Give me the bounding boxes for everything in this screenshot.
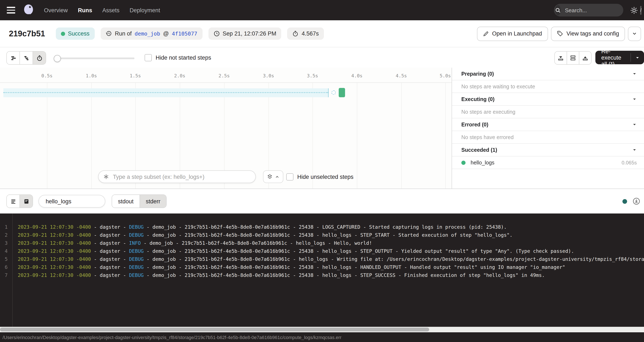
tag-icon [557,30,563,37]
nav-links: Overview Runs Assets Deployment [44,7,160,13]
gear-icon[interactable] [630,6,638,14]
tab-stdout[interactable]: stdout [112,195,140,208]
split-panels-icon [570,54,576,61]
step-bar-hello-logs[interactable] [339,88,345,97]
stopwatch-icon [36,55,42,61]
collapse-down-icon [557,54,564,61]
hide-not-started-checkbox[interactable] [144,54,152,61]
section-header-executing[interactable]: Executing (0) [452,93,644,106]
open-in-launchpad-button[interactable]: Open in Launchpad [477,26,548,41]
flat-list-icon [10,55,16,61]
flat-view-button[interactable] [7,52,20,64]
structured-log-view-button[interactable] [7,195,20,208]
log-step-filter[interactable] [38,195,105,208]
dagster-run-page: Overview Runs Assets Deployment / 219c7 [0,0,644,342]
step-waiting-dotted-line [4,92,328,93]
section-header-preparing[interactable]: Preparing (0) [452,68,644,80]
gantt-toolbar: Hide not started steps [0,47,644,68]
list-icon [10,198,16,204]
search-icon [555,5,561,15]
log-toolbar: stdout stderr [0,189,644,214]
chevron-down-icon[interactable] [632,97,637,102]
view-tags-config-button[interactable]: View tags and config [551,26,625,41]
step-subset-field[interactable] [112,173,256,180]
chevron-down-icon[interactable] [632,72,637,76]
reexecute-dropdown-caret[interactable] [631,55,644,60]
chevron-down-icon[interactable] [632,148,637,152]
top-nav: Overview Runs Assets Deployment / [0,0,644,20]
raw-log-icon [23,198,30,204]
nav-item-runs[interactable]: Runs [78,7,92,13]
empty-state-errored: No steps have errored [452,131,644,144]
log-status-dot [622,199,627,204]
log-line: 1 2023-09-21 12:07:30 -0400 - dagster - … [0,223,644,231]
empty-state-preparing: No steps are waiting to execute [452,80,644,93]
nav-item-assets[interactable]: Assets [102,7,120,13]
step-subset-input[interactable] [98,170,256,183]
succeeded-step-row[interactable]: hello_logs 0.065s [452,156,644,169]
chevron-down-icon [632,31,637,36]
step-status-panel: Preparing (0) No steps are waiting to ex… [452,68,644,188]
stopwatch-icon [292,30,299,37]
status-badge: Success [56,28,94,40]
axis-tick: 2.0s [174,73,186,79]
job-link[interactable]: demo_job [135,30,160,37]
horizontal-scrollbar-thumb[interactable] [0,328,429,331]
graph-query-toggle-button[interactable] [263,170,283,183]
split-panels-button[interactable] [566,52,579,64]
clock-icon [213,30,220,37]
commit-link[interactable]: 4f105077 [172,30,197,37]
success-dot-icon [461,160,466,165]
nav-item-deployment[interactable]: Deployment [130,7,160,13]
waterfall-icon [23,55,30,61]
section-header-errored[interactable]: Errored (0) [452,118,644,131]
axis-tick: 1.5s [130,73,141,79]
hamburger-menu-icon[interactable] [7,7,15,14]
empty-state-executing: No steps are executing [452,106,644,118]
log-line: 2 2023-09-21 12:07:30 -0400 - dagster - … [0,231,644,239]
log-line: 4 2023-09-21 12:07:30 -0400 - dagster - … [0,247,644,255]
run-id: 219c7b51 [9,29,45,38]
hide-unselected-checkbox[interactable] [286,173,294,180]
download-icon[interactable] [632,198,640,205]
axis-line [0,82,452,83]
zoom-slider[interactable] [54,58,134,59]
axis-tick: 0.5s [42,73,53,79]
expand-up-icon [582,54,588,61]
collapse-bottom-button[interactable] [555,52,566,64]
log-line: 7 2023-09-21 12:07:30 -0400 - dagster - … [0,271,644,279]
dagster-logo-icon[interactable] [22,4,35,16]
tab-stderr[interactable]: stderr [140,195,166,208]
waterfall-view-button[interactable] [20,52,32,64]
log-file-path: /Users/erincochran/Desktop/dagster-examp… [2,334,342,340]
search-field[interactable] [564,6,640,14]
log-line: 5 2023-09-21 12:07:30 -0400 - dagster - … [0,255,644,263]
axis-tick: 2.5s [218,73,230,79]
horizontal-scrollbar[interactable] [0,327,644,332]
chevron-down-icon[interactable] [632,122,637,127]
run-header: 219c7b51 Success Run of demo_job @ 4f105… [0,20,644,47]
gantt-chart: 0.5s 1.0s 1.5s 2.0s 2.5s 3.0s 3.5s 4.0s … [0,68,452,188]
log-step-filter-field[interactable] [45,198,97,205]
log-content[interactable]: 1 2023-09-21 12:07:30 -0400 - dagster - … [0,214,644,327]
reexecute-all-button[interactable]: Re-execute all (*) [595,51,644,64]
expand-top-button[interactable] [579,52,591,64]
axis-tick: 5.0s [440,73,451,79]
history-icon [106,30,112,37]
search-input[interactable]: / [554,4,623,16]
nav-item-overview[interactable]: Overview [44,7,68,13]
axis-tick: 3.5s [307,73,318,79]
zoom-slider-handle[interactable] [54,55,61,62]
stdout-stderr-tabs: stdout stderr [112,194,167,208]
log-line: 3 2023-09-21 12:07:30 -0400 - dagster - … [0,239,644,247]
axis-tick: 4.0s [352,73,362,79]
hide-not-started-label: Hide not started steps [156,54,211,61]
step-subset-icon [103,174,109,180]
timing-view-button[interactable] [32,52,46,64]
run-actions-dropdown-button[interactable] [628,26,641,41]
raw-log-view-button[interactable] [20,195,32,208]
section-header-succeeded[interactable]: Succeeded (1) [452,144,644,156]
success-dot-icon [61,32,65,36]
axis-tick: 4.5s [396,73,407,79]
panel-layout-group [554,51,592,65]
